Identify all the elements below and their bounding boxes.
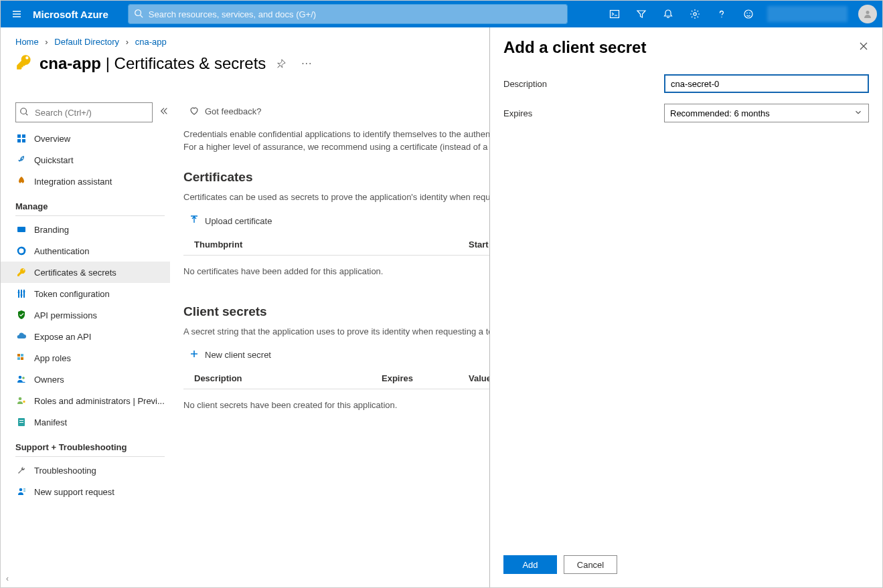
expires-select[interactable]: Recommended: 6 months — [664, 104, 869, 122]
svg-point-7 — [21, 108, 27, 114]
sliders-icon — [15, 288, 27, 300]
chevron-double-left-icon — [159, 106, 169, 116]
sidebar-item-manifest[interactable]: Manifest — [1, 411, 170, 433]
sidebar-item-label: API permissions — [34, 310, 97, 320]
sidebar-item-owners[interactable]: Owners — [1, 369, 170, 390]
svg-point-28 — [19, 488, 23, 492]
pin-icon — [276, 59, 286, 68]
account-label-masked[interactable] — [767, 6, 848, 22]
breadcrumb-app[interactable]: cna-app — [135, 37, 167, 47]
svg-point-0 — [135, 10, 141, 16]
svg-rect-9 — [22, 134, 25, 138]
hamburger-menu[interactable] — [1, 9, 33, 19]
sidebar-group-manage: Manage — [15, 192, 165, 216]
sidebar-item-label: Token configuration — [34, 289, 110, 299]
directory-filter-button[interactable] — [628, 1, 655, 27]
wrench-icon — [15, 464, 27, 476]
panel-footer: Add Cancel — [490, 546, 882, 587]
chevron-right-icon: › — [41, 37, 52, 47]
chevron-right-icon: › — [122, 37, 133, 47]
sidebar-item-label: Owners — [34, 375, 64, 385]
key-icon — [15, 54, 33, 74]
sidebar-item-api-permissions[interactable]: API permissions — [1, 304, 170, 326]
row-expires: Expires Recommended: 6 months — [490, 98, 882, 128]
sidebar-search-wrap — [15, 102, 153, 122]
panel-title: Add a client secret — [503, 38, 646, 57]
help-icon — [716, 9, 727, 19]
sidebar-item-label: Overview — [34, 134, 70, 144]
sidebar-item-authentication[interactable]: Authentication — [1, 240, 170, 262]
more-button[interactable]: ··· — [297, 58, 317, 70]
cloud-shell-button[interactable] — [601, 1, 628, 27]
notifications-button[interactable] — [655, 1, 681, 27]
feedback-button[interactable] — [735, 1, 762, 27]
sidebar-item-certs-secrets[interactable]: Certificates & secrets — [1, 262, 170, 283]
avatar[interactable] — [858, 5, 877, 23]
svg-point-4 — [746, 13, 748, 14]
global-search-input[interactable] — [129, 5, 567, 23]
add-client-secret-panel: Add a client secret Description Expires … — [489, 27, 882, 587]
sidebar-item-expose-api[interactable]: Expose an API — [1, 326, 170, 347]
search-icon — [19, 107, 29, 119]
sidebar-item-label: Manifest — [34, 417, 67, 427]
feedback-label: Got feedback? — [205, 106, 262, 116]
sidebar-item-support-request[interactable]: New support request — [1, 481, 170, 502]
settings-button[interactable] — [681, 1, 708, 27]
chevron-down-icon — [854, 108, 863, 119]
svg-rect-27 — [19, 422, 23, 423]
row-description: Description — [490, 69, 882, 98]
upload-cert-label: Upload certificate — [205, 216, 272, 226]
search-icon — [134, 9, 143, 21]
rocket2-icon — [15, 175, 27, 187]
pin-button[interactable] — [271, 59, 291, 68]
sidebar: Overview Quickstart Integration assistan… — [1, 102, 170, 587]
top-bar: Microsoft Azure — [1, 1, 882, 27]
cloud-shell-icon — [609, 9, 620, 19]
svg-rect-19 — [21, 354, 23, 357]
sidebar-item-integration[interactable]: Integration assistant — [1, 171, 170, 192]
global-search-wrap — [129, 5, 567, 23]
support-icon — [15, 486, 27, 498]
expires-value: Recommended: 6 months — [670, 108, 770, 118]
document-icon — [15, 416, 27, 428]
sidebar-item-overview[interactable]: Overview — [1, 128, 170, 149]
close-icon — [858, 41, 869, 52]
breadcrumb-directory[interactable]: Default Directory — [54, 37, 119, 47]
sidebar-item-troubleshooting[interactable]: Troubleshooting — [1, 460, 170, 481]
auth-icon — [15, 245, 27, 257]
th-expires: Expires — [382, 373, 469, 383]
svg-rect-8 — [17, 134, 21, 138]
add-button[interactable]: Add — [503, 555, 557, 574]
svg-point-22 — [19, 376, 22, 379]
help-button[interactable] — [708, 1, 735, 27]
svg-point-24 — [19, 397, 22, 401]
description-input[interactable] — [664, 74, 869, 93]
title-app: cna-app — [39, 54, 101, 72]
sidebar-item-token-config[interactable]: Token configuration — [1, 283, 170, 304]
scroll-left-hint[interactable]: ‹ — [6, 574, 9, 583]
svg-point-17 — [23, 291, 25, 293]
panel-close-button[interactable] — [858, 38, 869, 54]
svg-point-12 — [22, 158, 23, 159]
cloud-icon — [15, 330, 27, 342]
collapse-sidebar-button[interactable] — [159, 106, 169, 118]
person-icon — [862, 9, 873, 19]
sidebar-item-app-roles[interactable]: App roles — [1, 347, 170, 369]
sidebar-item-label: App roles — [34, 353, 71, 363]
sidebar-item-branding[interactable]: Branding — [1, 219, 170, 240]
heart-icon — [189, 105, 199, 118]
filter-icon — [636, 9, 647, 19]
sidebar-item-label: Expose an API — [34, 332, 91, 342]
sidebar-search-input[interactable] — [15, 102, 153, 122]
sidebar-item-label: Roles and administrators | Previ... — [34, 396, 165, 406]
ellipsis-icon: ··· — [301, 58, 312, 70]
breadcrumb-home[interactable]: Home — [15, 37, 39, 47]
rocket-icon — [15, 154, 27, 166]
sidebar-item-label: Certificates & secrets — [34, 268, 116, 278]
people-icon — [15, 373, 27, 385]
key-icon — [15, 266, 27, 278]
sidebar-item-quickstart[interactable]: Quickstart — [1, 149, 170, 171]
brand-label[interactable]: Microsoft Azure — [33, 9, 129, 20]
cancel-button[interactable]: Cancel — [564, 555, 617, 574]
sidebar-item-roles-admins[interactable]: Roles and administrators | Previ... — [1, 390, 170, 411]
